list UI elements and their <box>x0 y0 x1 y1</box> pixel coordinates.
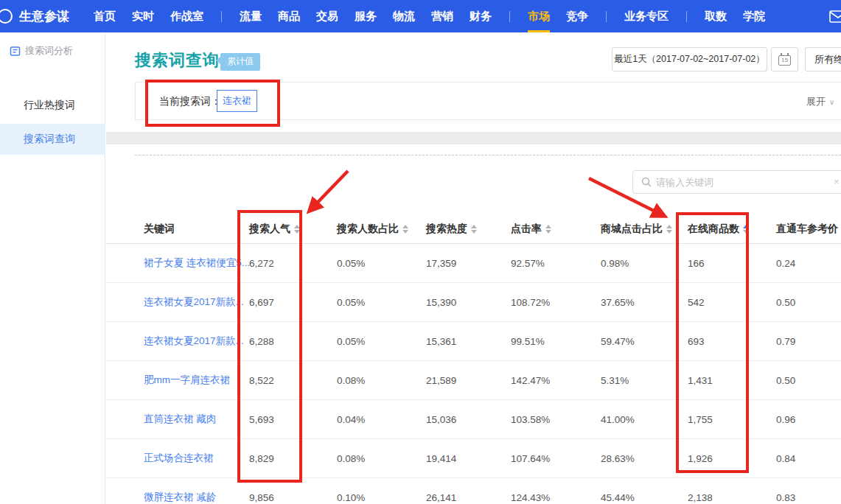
table-cell: 2,138 <box>688 492 713 503</box>
sidebar-section: 搜索词分析 <box>10 44 73 57</box>
nav-item-作战室[interactable]: 作战室 <box>162 0 212 32</box>
brand-name: 生意参谋 <box>19 8 69 25</box>
table-cell: 6,697 <box>249 297 274 308</box>
nav-item-市场[interactable]: 市场 <box>520 0 558 32</box>
table-cell: 0.10% <box>337 492 365 503</box>
table-cell: 1,926 <box>688 453 713 464</box>
sort-icon[interactable] <box>545 225 551 234</box>
brand[interactable]: 生意参谋 <box>7 8 69 25</box>
sort-icon[interactable] <box>666 225 672 234</box>
nav-item-实时[interactable]: 实时 <box>124 0 162 32</box>
nav-items: 首页实时作战室流量商品交易服务物流营销财务市场竞争业务专区取数学院 <box>86 0 773 32</box>
sort-icon[interactable] <box>471 225 477 234</box>
table-cell: 103.58% <box>511 414 550 425</box>
table-cell: 108.72% <box>511 297 550 308</box>
nav-item-业务专区[interactable]: 业务专区 <box>616 0 677 32</box>
sidebar-item-搜索词查询[interactable]: 搜索词查询 <box>0 124 105 155</box>
table-cell: 0.50 <box>776 375 795 386</box>
sort-icon[interactable] <box>294 225 300 234</box>
table-row: 连衣裙女夏2017新款...6,2880.05%15,36199.51%59.4… <box>106 322 841 361</box>
mail-icon[interactable] <box>829 10 841 26</box>
nav-divider <box>509 11 510 22</box>
table-cell: 0.83 <box>776 492 795 503</box>
sort-icon[interactable] <box>743 225 749 234</box>
nav-item-服务[interactable]: 服务 <box>346 0 385 32</box>
keyword-link[interactable]: 裙子女夏 连衣裙便宜5... <box>144 256 250 270</box>
analysis-icon <box>10 46 21 57</box>
nav-item-财务[interactable]: 财务 <box>461 0 500 32</box>
sort-icon[interactable] <box>402 225 408 234</box>
table-cell: 5.31% <box>601 375 629 386</box>
table-cell: 5,693 <box>249 414 274 425</box>
table-cell: 693 <box>688 336 705 347</box>
column-header-在线商品数[interactable]: 在线商品数 <box>688 223 749 236</box>
search-icon <box>641 177 652 187</box>
table-row: 正式场合连衣裙8,8290.08%19,414107.64%28.63%1,92… <box>106 439 841 478</box>
chevron-down-icon: ∨ <box>829 98 834 106</box>
table-cell: 92.57% <box>511 258 545 269</box>
table-cell: 0.50 <box>776 297 795 308</box>
table-body: 裙子女夏 连衣裙便宜5...6,2720.05%17,35992.57%0.98… <box>106 244 841 504</box>
sidebar-section-title: 搜索词分析 <box>25 44 73 57</box>
column-header-商城点击占比[interactable]: 商城点击占比 <box>601 223 672 236</box>
nav-divider <box>221 11 222 22</box>
table-cell: 0.05% <box>337 258 365 269</box>
sidebar: 搜索词分析 行业热搜词搜索词查询 <box>0 32 105 504</box>
nav-item-取数[interactable]: 取数 <box>697 0 735 32</box>
table-cell: 6,288 <box>249 336 274 347</box>
nav-item-交易[interactable]: 交易 <box>308 0 346 32</box>
table-cell: 0.08% <box>337 453 365 464</box>
nav-item-营销[interactable]: 营销 <box>423 0 461 32</box>
table-cell: 45.44% <box>601 492 635 503</box>
table-cell: 6,272 <box>249 258 274 269</box>
calendar-button[interactable]: 15 <box>771 47 798 71</box>
table-cell: 1,755 <box>688 414 713 425</box>
keyword-chip[interactable]: 连衣裙 <box>217 90 257 112</box>
keyword-search-input[interactable] <box>656 177 841 188</box>
keyword-link[interactable]: 微胖连衣裙 减龄 <box>144 491 216 504</box>
nav-item-流量[interactable]: 流量 <box>231 0 270 32</box>
keyword-link[interactable]: 直筒连衣裙 藏肉 <box>144 413 216 426</box>
annotation-arrow-left <box>310 171 348 211</box>
date-range-button[interactable]: 最近1天（2017-07-02~2017-07-02） <box>612 47 767 71</box>
keyword-link[interactable]: 连衣裙女夏2017新款... <box>144 335 244 348</box>
nav-item-首页[interactable]: 首页 <box>86 0 124 32</box>
keyword-link[interactable]: 肥mm一字肩连衣裙 <box>144 374 230 387</box>
table-cell: 8,829 <box>249 453 274 464</box>
column-header-搜索人数占比[interactable]: 搜索人数占比 <box>337 223 408 236</box>
table-row: 直筒连衣裙 藏肉5,6930.04%15,036103.58%41.00%1,7… <box>106 400 841 439</box>
table-cell: 0.98% <box>601 258 629 269</box>
expand-label: 展开 <box>806 95 826 108</box>
sidebar-menu: 行业热搜词搜索词查询 <box>0 90 105 158</box>
expand-link[interactable]: 展开 ∨ <box>806 95 834 108</box>
table-cell: 142.47% <box>511 375 550 386</box>
column-label: 搜索人数占比 <box>337 223 399 236</box>
nav-item-竞争[interactable]: 竞争 <box>558 0 596 32</box>
table-cell: 9,856 <box>249 492 274 503</box>
table-cell: 15,036 <box>426 414 456 425</box>
column-label: 点击率 <box>511 223 542 236</box>
column-label: 关键词 <box>144 223 175 236</box>
current-keyword-label: 当前搜索词： <box>159 95 221 108</box>
search-box: × <box>632 170 841 194</box>
clear-input-icon[interactable]: × <box>834 176 840 187</box>
table-cell: 0.84 <box>776 453 795 464</box>
keyword-link[interactable]: 连衣裙女夏2017新款... <box>144 295 244 309</box>
column-header-点击率[interactable]: 点击率 <box>511 223 551 236</box>
dashed-separator <box>135 155 841 155</box>
column-label: 搜索人气 <box>249 223 290 236</box>
table-cell: 41.00% <box>601 414 635 425</box>
terminal-select-button[interactable]: 所有终端 <box>805 47 841 71</box>
keyword-link[interactable]: 正式场合连衣裙 <box>144 452 214 465</box>
sidebar-item-行业热搜词[interactable]: 行业热搜词 <box>0 90 105 121</box>
table-row: 连衣裙女夏2017新款...6,6970.05%15,390108.72%37.… <box>106 283 841 322</box>
nav-item-商品[interactable]: 商品 <box>270 0 308 32</box>
table-cell: 0.79 <box>776 336 795 347</box>
nav-item-物流[interactable]: 物流 <box>385 0 423 32</box>
nav-item-学院[interactable]: 学院 <box>735 0 773 32</box>
column-header-直通车参考价[interactable]: 直通车参考价 <box>776 223 841 236</box>
table-row: 肥mm一字肩连衣裙8,5220.08%21,589142.47%5.31%1,4… <box>106 361 841 400</box>
column-header-搜索人气[interactable]: 搜索人气 <box>249 223 300 236</box>
column-header-搜索热度[interactable]: 搜索热度 <box>426 223 477 236</box>
table-cell: 8,522 <box>249 375 274 386</box>
